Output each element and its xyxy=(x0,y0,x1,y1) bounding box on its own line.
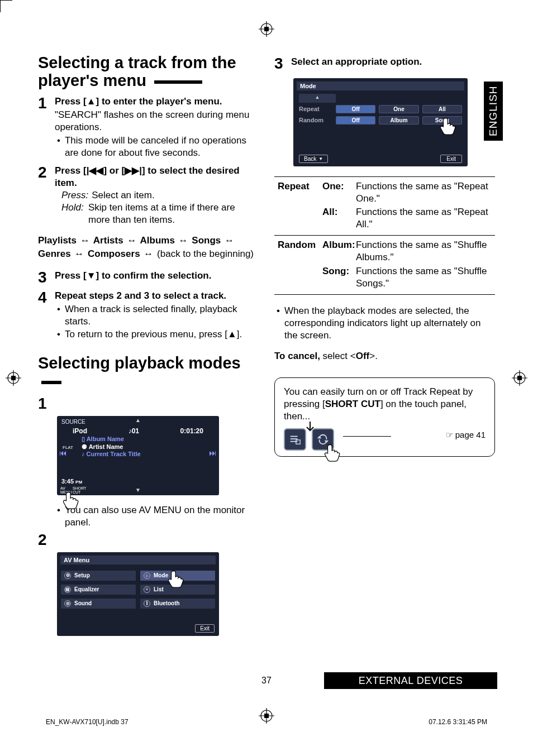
list-icon[interactable] xyxy=(284,428,306,451)
hold-text: Skip ten items at a time if there are mo… xyxy=(88,202,259,226)
step-number: 3 xyxy=(38,270,49,285)
step-4-bullet-2: To return to the previous menu, press [▲… xyxy=(65,328,242,341)
down-arrow-icon: ▼ xyxy=(318,156,323,161)
playback-note: When the playback modes are selected, th… xyxy=(284,305,495,342)
page-number: 37 xyxy=(261,676,272,686)
section-title-text: Selecting playback modes xyxy=(38,354,241,372)
down-arrow-icon[interactable]: ▼ xyxy=(135,487,141,494)
hand-pointer-icon xyxy=(323,442,344,466)
hand-pointer-icon xyxy=(439,115,460,137)
svg-rect-7 xyxy=(264,714,269,718)
svg-rect-3 xyxy=(11,376,16,380)
ipod-screen: ▲ SOURCE iPod ♪01 0:01:20 ▯ Album Name ⚉… xyxy=(57,416,219,495)
section-title-text: Selecting a track from the player's menu xyxy=(38,54,236,89)
mode-exit-button[interactable]: Exit xyxy=(440,155,462,163)
avm-sound-button[interactable]: ◎Sound xyxy=(60,598,136,609)
step-number: 1 xyxy=(38,95,49,160)
up-arrow-icon[interactable]: ▲ xyxy=(135,417,141,424)
step-4-bullet-1: When a track is selected finally, playba… xyxy=(65,303,259,328)
av-menu-screen: AV Menu ⚙Setup ▤Equalizer ◎Sound ☼Mode ≡… xyxy=(57,552,219,636)
gear-icon: ⚙ xyxy=(64,572,71,579)
title-rule-icon xyxy=(154,80,202,84)
svg-rect-1 xyxy=(264,27,269,31)
footer-section-bar: EXTERNAL DEVICES xyxy=(324,672,497,689)
options-table: Repeat One:Functions the same as "Repeat… xyxy=(274,176,495,295)
mode-random-label: Random xyxy=(299,117,332,123)
tip-box: You can easily turn on or off Track Repe… xyxy=(274,377,495,457)
cancel-line: To cancel, select <Off>. xyxy=(274,351,495,362)
random-album-button[interactable]: Album xyxy=(379,116,418,125)
svg-rect-9 xyxy=(291,438,298,439)
step-2-heading: Press [|◀◀] or [▶▶|] to select the desir… xyxy=(55,165,259,189)
svg-rect-10 xyxy=(291,441,298,442)
crop-mark xyxy=(0,0,12,12)
mode-repeat-label: Repeat xyxy=(299,106,332,112)
avm-exit-button[interactable]: Exit xyxy=(195,624,215,633)
bluetooth-icon: ᛒ xyxy=(144,600,150,607)
step-number: 3 xyxy=(274,56,285,71)
ipod-track: ♪01 xyxy=(129,427,139,435)
equalizer-icon: ▤ xyxy=(64,586,71,593)
mode-screen: Mode ▲ Repeat Off One All Random Off Alb… xyxy=(293,78,468,166)
up-arrow-icon[interactable]: ▲ xyxy=(315,94,320,100)
step-number: 1 xyxy=(38,396,49,412)
svg-rect-8 xyxy=(291,436,298,437)
avm-bluetooth-button[interactable]: ᛒBluetooth xyxy=(140,598,216,609)
section-title-playback-modes: Selecting playback modes xyxy=(38,354,259,390)
prev-icon[interactable]: ⏮ xyxy=(59,448,67,458)
registration-mark-icon xyxy=(4,369,22,387)
list-icon: ≡ xyxy=(144,586,150,593)
step-3-heading: Press [▼] to confirm the selection. xyxy=(55,270,259,282)
press-text: Select an item. xyxy=(92,189,154,202)
tip-page-ref: ☞ page 41 xyxy=(446,429,486,441)
artist-name-line: ⚉ Artist Name xyxy=(73,443,203,451)
step-number: 4 xyxy=(38,290,49,342)
mode-icon: ☼ xyxy=(144,572,150,579)
table-random-values: Album:Functions the same as "Shuffle Alb… xyxy=(319,236,495,294)
table-repeat-key: Repeat xyxy=(274,177,319,236)
ipod-source: iPod xyxy=(73,427,87,435)
step-1-bullet: This mode will be canceled if no operati… xyxy=(65,135,259,159)
album-name-line: ▯ Album Name xyxy=(73,436,203,443)
section-title-select-track: Selecting a track from the player's menu xyxy=(38,54,259,90)
mode-back-button[interactable]: Back▼ xyxy=(299,155,328,163)
step-1-heading: Press [▲] to enter the player's menu. xyxy=(55,95,259,108)
step-number: 2 xyxy=(38,532,49,548)
table-repeat-values: One:Functions the same as "Repeat One." … xyxy=(319,177,495,236)
press-label: Press: xyxy=(61,189,88,202)
hold-label: Hold: xyxy=(61,202,85,226)
doc-footer-right: 07.12.6 3:31:45 PM xyxy=(429,718,487,726)
avmenu-title: AV Menu xyxy=(60,556,216,564)
registration-mark-icon xyxy=(511,369,529,387)
mode-title: Mode xyxy=(297,82,464,90)
registration-mark-icon xyxy=(258,20,275,38)
repeat-one-button[interactable]: One xyxy=(379,105,418,113)
hand-pointer-icon xyxy=(166,568,188,590)
ipod-note: You can also use AV MENU on the monitor … xyxy=(65,504,259,529)
doc-footer-left: EN_KW-AVX710[U].indb 37 xyxy=(46,718,129,726)
repeat-all-button[interactable]: All xyxy=(422,105,462,113)
next-icon[interactable]: ⏭ xyxy=(209,448,217,458)
sound-icon: ◎ xyxy=(64,600,71,607)
tip-text: You can easily turn on or off Track Repe… xyxy=(284,386,486,423)
avm-setup-button[interactable]: ⚙Setup xyxy=(60,570,136,581)
step-3r-heading: Select an appropriate option. xyxy=(291,56,495,68)
svg-rect-5 xyxy=(517,376,522,380)
track-title-line: ♪ Current Track Title xyxy=(73,451,203,458)
avm-equalizer-button[interactable]: ▤Equalizer xyxy=(60,584,136,595)
title-rule-icon xyxy=(41,381,61,384)
step-number: 2 xyxy=(38,165,49,226)
svg-rect-11 xyxy=(296,440,300,444)
menu-chain: Playlists Artists Albums Songs Genres Co… xyxy=(38,234,259,261)
clock: 3:45 PM xyxy=(61,478,82,485)
leader-line xyxy=(343,436,391,437)
repeat-off-button[interactable]: Off xyxy=(336,105,375,113)
table-random-key: Random xyxy=(274,236,319,294)
source-label: SOURCE xyxy=(61,419,85,425)
step-1-desc: "SEARCH" flashes on the screen during me… xyxy=(55,109,259,133)
hand-pointer-icon xyxy=(61,489,83,512)
random-off-button[interactable]: Off xyxy=(336,116,375,125)
step-4-heading: Repeat steps 2 and 3 to select a track. xyxy=(55,290,259,302)
ipod-time: 0:01:20 xyxy=(180,427,203,435)
